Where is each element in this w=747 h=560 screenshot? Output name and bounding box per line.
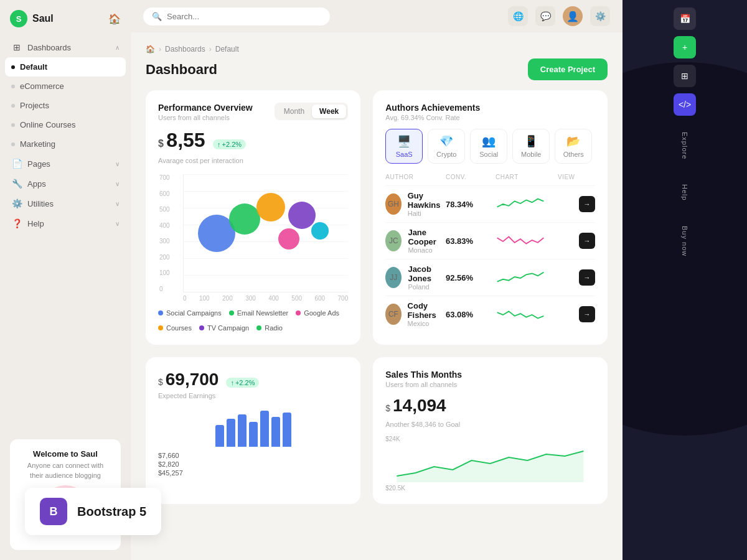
sales-goal-label: Another $48,346 to Goal — [385, 421, 595, 428]
tab-label: Mobile — [521, 151, 541, 158]
tab-label: Social — [479, 151, 498, 158]
tab-social[interactable]: 👥 Social — [470, 129, 507, 164]
notifications-button[interactable]: 🌐 — [508, 6, 528, 26]
authors-table: AUTHOR CONV. CHART VIEW GH Guy Hawkins H… — [385, 174, 595, 332]
code-button[interactable]: </> — [674, 93, 696, 116]
tab-others[interactable]: 📂 Others — [555, 129, 592, 164]
bar — [260, 411, 269, 447]
utilities-icon: ⚙️ — [11, 198, 22, 208]
sidebar-item-label: eCommerce — [20, 82, 64, 91]
currency-symbol: $ — [158, 377, 163, 387]
sparkline-chart — [496, 306, 545, 323]
page-title: Dashboard — [146, 62, 217, 78]
view-button[interactable]: → — [579, 233, 595, 249]
tab-crypto[interactable]: 💎 Crypto — [428, 129, 465, 164]
chevron-icon: ∨ — [115, 200, 120, 207]
messages-button[interactable]: 💬 — [535, 6, 555, 26]
table-row: JJ Jacob Jones Poland 92.56% → — [385, 259, 595, 296]
grid-button[interactable]: ⊞ — [674, 65, 696, 87]
sidebar-item-apps[interactable]: 🔧 Apps ∨ — [5, 174, 126, 194]
bubble-email — [229, 203, 260, 235]
svg-marker-0 — [397, 451, 584, 482]
author-country: Mexico — [408, 320, 446, 327]
performance-subtitle: Users from all channels — [158, 114, 253, 121]
nav-dot — [11, 85, 15, 88]
search-box[interactable]: 🔍 — [143, 7, 330, 26]
calendar-button[interactable]: 📅 — [674, 7, 696, 30]
sidebar-item-ecommerce[interactable]: eCommerce — [5, 77, 126, 96]
tab-label: Crypto — [436, 151, 456, 158]
author-avatar: JC — [385, 230, 402, 251]
tab-label: SaaS — [396, 151, 413, 158]
sidebar-item-dashboards[interactable]: ⊞ Dashboards ∧ — [5, 37, 126, 57]
author-info: JC Jane Cooper Monaco — [385, 228, 446, 254]
sidebar-item-pages[interactable]: 📄 Pages ∨ — [5, 154, 126, 174]
sidebar-item-projects[interactable]: Projects — [5, 96, 126, 115]
buy-now-label: Buy now — [681, 226, 688, 256]
app-logo: S Saul — [10, 10, 54, 27]
toggle-month-button[interactable]: Month — [276, 105, 312, 118]
legend-radio: Radio — [256, 324, 283, 332]
bar-value: $45,257 — [158, 469, 348, 477]
sidebar-item-marketing[interactable]: Marketing — [5, 134, 126, 154]
view-button[interactable]: → — [579, 196, 595, 212]
add-button[interactable]: + — [674, 36, 696, 58]
col-chart: CHART — [496, 174, 558, 180]
sidebar-item-label: Dashboards — [27, 43, 71, 52]
crypto-icon: 💎 — [439, 134, 453, 148]
tab-mobile[interactable]: 📱 Mobile — [512, 129, 550, 164]
bubble-chart — [183, 174, 348, 292]
sidebar-item-online-courses[interactable]: Online Courses — [5, 115, 126, 134]
create-project-button[interactable]: Create Project — [528, 58, 608, 80]
earnings-label: Expected Earnings — [158, 392, 259, 399]
explore-label: Explore — [681, 132, 688, 159]
chevron-icon: ∧ — [115, 44, 120, 51]
author-info: GH Guy Hawkins Haiti — [385, 191, 446, 217]
col-author: AUTHOR — [385, 174, 446, 180]
sidebar-item-label: Pages — [27, 159, 50, 169]
tab-label: Others — [563, 151, 584, 158]
nav-section-main: ⊞ Dashboards ∧ Default eCommerce — [5, 37, 126, 233]
sales-chart — [385, 445, 595, 482]
breadcrumb-dashboards[interactable]: Dashboards — [165, 45, 205, 54]
view-button[interactable]: → — [579, 306, 595, 322]
user-avatar[interactable]: 👤 — [563, 6, 583, 26]
performance-stat: $ 8,55 ↑ +2.2% — [158, 129, 348, 152]
sidebar: S Saul 🏠 ⊞ Dashboards ∧ Default — [0, 0, 131, 560]
view-button[interactable]: → — [579, 269, 595, 286]
legend-email-newsletter: Email Newsletter — [229, 309, 289, 317]
author-country: Monaco — [408, 246, 446, 254]
currency-symbol: $ — [385, 403, 390, 413]
settings-button[interactable]: ⚙️ — [590, 6, 610, 26]
legend-dot — [199, 325, 204, 330]
legend-dot — [158, 325, 163, 330]
bootstrap-label: Bootstrap 5 — [77, 505, 146, 519]
pages-icon: 📄 — [11, 159, 22, 169]
legend-tv-campaign: TV Campaign — [199, 324, 249, 332]
sidebar-item-utilities[interactable]: ⚙️ Utilities ∨ — [5, 194, 126, 213]
chevron-icon: ∨ — [115, 161, 120, 167]
author-country: Haiti — [408, 210, 446, 217]
stat-label: Avarage cost per interaction — [158, 157, 348, 164]
search-input[interactable] — [167, 12, 321, 21]
sidebar-item-label: Help — [27, 219, 44, 228]
sidebar-toggle-button[interactable]: 🏠 — [108, 13, 121, 25]
breadcrumb-home-icon[interactable]: 🏠 — [146, 45, 155, 54]
sidebar-item-help[interactable]: ❓ Help ∨ — [5, 213, 126, 233]
legend-dot — [256, 325, 261, 330]
welcome-title: Welcome to Saul — [20, 449, 111, 459]
sales-title: Sales This Months — [385, 370, 462, 380]
stat-prefix: $ — [158, 138, 164, 149]
legend-label: Courses — [166, 324, 192, 332]
bar — [249, 422, 258, 447]
toggle-week-button[interactable]: Week — [312, 105, 346, 118]
tab-saas[interactable]: 🖥️ SaaS — [385, 129, 423, 164]
sidebar-header: S Saul 🏠 — [0, 0, 131, 37]
sidebar-item-label: Utilities — [27, 199, 54, 208]
author-conv: 63.08% — [446, 310, 496, 319]
help-label: Help — [681, 184, 688, 201]
others-icon: 📂 — [566, 134, 580, 148]
bar-value: $2,820 — [158, 460, 348, 468]
legend-label: Email Newsletter — [237, 309, 289, 317]
sidebar-item-default[interactable]: Default — [5, 57, 126, 77]
